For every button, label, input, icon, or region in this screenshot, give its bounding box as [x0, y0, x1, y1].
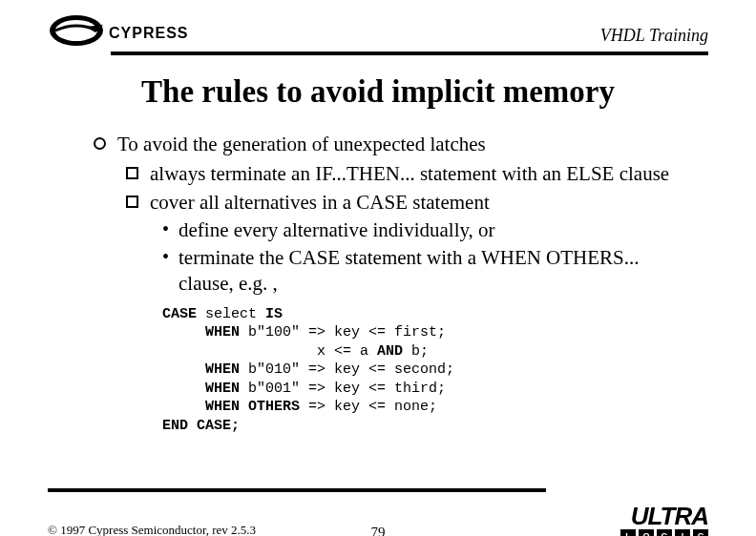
bullet-text: To avoid the generation of unexpected la…: [117, 132, 486, 157]
header-title: VHDL Training: [600, 26, 708, 46]
code-keyword: IS: [265, 306, 283, 322]
code-text: => key <= none;: [300, 399, 437, 415]
code-example: CASE select IS WHEN b"100" => key <= fir…: [162, 305, 699, 436]
code-keyword: WHEN: [162, 381, 240, 397]
ultra-letter: O: [639, 529, 654, 536]
copyright-text: © 1997 Cypress Semiconductor, rev 2.5.3: [48, 523, 256, 536]
header-divider: [111, 52, 708, 55]
square-bullet-icon: [126, 196, 138, 208]
code-keyword: AND: [377, 343, 403, 360]
header: CYPRESS VHDL Training: [48, 13, 708, 48]
ultra-logo-subtext: L O G I C: [620, 529, 708, 536]
slide: CYPRESS VHDL Training The rules to avoid…: [0, 0, 756, 536]
dot-bullet-icon: •: [162, 245, 169, 268]
ultra-logo: ULTRA L O G I C: [620, 502, 708, 536]
code-keyword: END CASE;: [162, 418, 240, 434]
bullet-level3: • define every alternative individually,…: [162, 217, 699, 243]
footer-divider: [48, 488, 546, 492]
page-number: 79: [371, 525, 386, 536]
content-area: To avoid the generation of unexpected la…: [94, 132, 699, 435]
code-keyword: WHEN: [162, 361, 240, 378]
code-text: b"001" => key <= third;: [240, 381, 446, 397]
cypress-logo: CYPRESS: [48, 13, 188, 48]
ultra-logo-text: ULTRA: [620, 502, 708, 531]
bullet-level3: • terminate the CASE statement with a WH…: [162, 245, 699, 298]
slide-title: The rules to avoid implicit memory: [0, 74, 756, 110]
bullet-level2: always terminate an IF...THEN... stateme…: [126, 161, 699, 187]
code-text: b;: [403, 343, 429, 360]
bullet-level2: cover all alternatives in a CASE stateme…: [126, 190, 699, 216]
circle-bullet-icon: [94, 137, 106, 150]
ultra-letter: I: [675, 529, 690, 536]
code-text: x <= a: [162, 343, 377, 360]
bullet-text: cover all alternatives in a CASE stateme…: [150, 190, 490, 216]
code-keyword: WHEN: [162, 324, 240, 340]
bullet-text: define every alternative individually, o…: [178, 217, 495, 243]
code-text: b"010" => key <= second;: [240, 361, 454, 378]
code-text: select: [197, 306, 265, 322]
cypress-logo-icon: [48, 13, 105, 48]
dot-bullet-icon: •: [162, 217, 169, 240]
bullet-level1: To avoid the generation of unexpected la…: [94, 132, 699, 157]
square-bullet-icon: [126, 167, 138, 179]
code-keyword: CASE: [162, 306, 197, 322]
code-text: b"100" => key <= first;: [240, 324, 446, 340]
ultra-letter: C: [693, 529, 708, 536]
svg-point-1: [55, 20, 97, 41]
cypress-logo-text: CYPRESS: [109, 25, 188, 42]
ultra-letter: G: [657, 529, 672, 536]
code-keyword: WHEN OTHERS: [162, 399, 300, 415]
bullet-text: always terminate an IF...THEN... stateme…: [150, 161, 669, 187]
ultra-letter: L: [620, 529, 636, 536]
bullet-text: terminate the CASE statement with a WHEN…: [178, 245, 699, 298]
